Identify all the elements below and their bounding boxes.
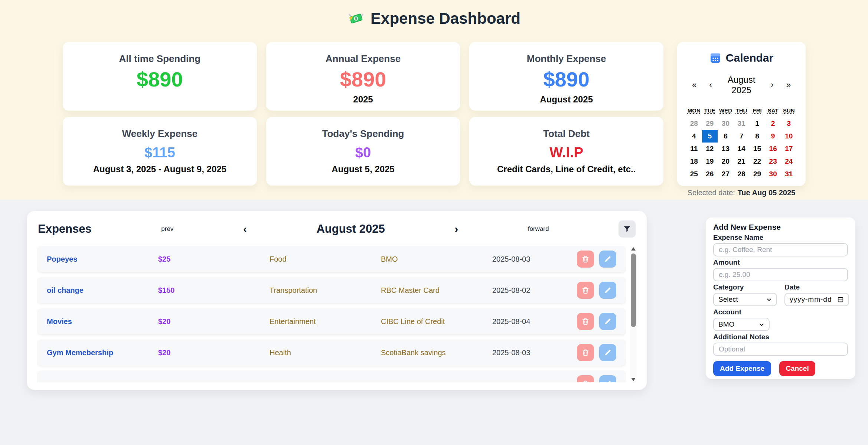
delete-expense-button[interactable] [577, 313, 594, 330]
calendar-day-tile[interactable]: 28 [686, 117, 702, 130]
expense-amount: $20 [158, 317, 270, 326]
calendar-day-tile[interactable]: 30 [765, 168, 781, 180]
money-with-wings-icon: $ [347, 10, 365, 27]
calendar-day-tile[interactable]: 31 [734, 117, 750, 130]
edit-expense-button[interactable] [599, 282, 616, 299]
delete-expense-button[interactable] [577, 282, 594, 299]
forward-month-text-button[interactable]: forward [528, 225, 549, 233]
calendar-day-tile[interactable]: 27 [718, 168, 734, 180]
calendar-prev-month-button[interactable]: ‹ [702, 80, 719, 90]
edit-expense-button[interactable] [599, 344, 616, 361]
summary-card: Monthly Expense $890 August 2025 [469, 42, 663, 111]
calendar-day-tile[interactable]: 5 [702, 130, 718, 143]
calendar-weekday: SUN [781, 107, 797, 114]
chevron-right-icon[interactable]: › [454, 223, 458, 235]
delete-expense-button[interactable] [577, 375, 594, 382]
selected-date-value: Tue Aug 05 2025 [738, 189, 796, 197]
calendar-day-tile[interactable]: 7 [734, 130, 750, 143]
calendar-day-tile[interactable]: 4 [686, 130, 702, 143]
date-input[interactable]: yyyy-mm-dd [784, 293, 849, 306]
calendar-day-tile[interactable]: 6 [718, 130, 734, 143]
page-title: $ Expense Dashboard [0, 10, 868, 27]
page-title-text: Expense Dashboard [371, 10, 521, 27]
calendar-day-tile[interactable]: 2 [765, 117, 781, 130]
summary-card-subtitle: August 2025 [540, 94, 593, 105]
calendar-next-month-button[interactable]: › [764, 80, 780, 90]
chevron-left-icon[interactable]: ‹ [243, 223, 247, 235]
additional-notes-input[interactable] [713, 343, 848, 356]
calendar-day-tile[interactable]: 22 [749, 155, 765, 168]
summary-card-value: $0 [355, 145, 371, 160]
expense-row-actions [568, 375, 616, 382]
calendar-month-label[interactable]: August 2025 [719, 75, 764, 95]
summary-card-title: Annual Expense [326, 53, 401, 65]
calendar-day-tile[interactable]: 23 [765, 155, 781, 168]
additional-notes-label: Additional Notes [713, 333, 848, 341]
calendar-day-tile[interactable]: 15 [749, 143, 765, 155]
calendar-weekday: WED [718, 107, 734, 114]
add-expense-button[interactable]: Add Expense [713, 361, 771, 376]
calendar-day-tile[interactable]: 18 [686, 155, 702, 168]
calendar-day-tile[interactable]: 3 [781, 117, 797, 130]
amount-input[interactable] [713, 268, 848, 281]
summary-card-title: Monthly Expense [527, 53, 606, 65]
expense-amount: $20 [158, 349, 270, 357]
calendar-day-tile[interactable]: 14 [734, 143, 750, 155]
calendar-day-tile[interactable]: 24 [781, 155, 797, 168]
expense-name: Movies [47, 317, 158, 326]
category-select-value: Select [718, 295, 738, 304]
expense-amount: $25 [158, 255, 270, 264]
expenses-list: Popeyes $25 Food BMO 2025-08-03 [37, 246, 626, 382]
calendar-day-tile[interactable]: 1 [749, 117, 765, 130]
calendar-day-tile[interactable]: 19 [702, 155, 718, 168]
calendar-day-tile[interactable]: 20 [718, 155, 734, 168]
calendar-day-tile[interactable]: 30 [718, 117, 734, 130]
calendar-weekday: THU [734, 107, 750, 114]
calendar-day-tile[interactable]: 16 [765, 143, 781, 155]
calendar-day-tile[interactable]: 11 [686, 143, 702, 155]
cancel-button[interactable]: Cancel [779, 361, 815, 376]
expense-row: Movies $20 Entertainment CIBC Line of Cr… [37, 308, 626, 334]
expenses-header: Expenses prev ‹ August 2025 › forward [38, 220, 636, 238]
calendar-day-tile[interactable]: 31 [781, 168, 797, 180]
calendar-day-tile[interactable]: 8 [749, 130, 765, 143]
calendar-day-tile[interactable]: 17 [781, 143, 797, 155]
scrollbar-down-arrow[interactable] [631, 378, 636, 381]
calendar-day-tile[interactable]: 12 [702, 143, 718, 155]
calendar-prev-year-button[interactable]: « [686, 80, 702, 90]
summary-cards-grid: All time Spending $890 Annual Expense $8… [63, 42, 663, 186]
account-select[interactable]: BMO [713, 318, 770, 331]
edit-expense-button[interactable] [599, 251, 616, 268]
calendar-day-tile[interactable]: 21 [734, 155, 750, 168]
expenses-scrollbar[interactable] [630, 246, 637, 382]
calendar-next-year-button[interactable]: » [780, 80, 797, 90]
calendar-day-tile[interactable]: 13 [718, 143, 734, 155]
calendar-day-grid: 2829303112345678910111213141516171819202… [686, 117, 797, 180]
expense-row-actions [568, 313, 616, 330]
calendar-day-tile[interactable]: 10 [781, 130, 797, 143]
filter-button[interactable] [619, 220, 636, 238]
scrollbar-thumb[interactable] [631, 253, 636, 327]
account-select-value: BMO [718, 320, 734, 328]
expense-name-input[interactable] [713, 243, 848, 256]
calendar-day-tile[interactable]: 29 [702, 117, 718, 130]
edit-expense-button[interactable] [599, 375, 616, 382]
calendar-day-tile[interactable]: 25 [686, 168, 702, 180]
calendar-day-tile[interactable]: 26 [702, 168, 718, 180]
summary-card-title: Today's Spending [322, 128, 404, 140]
expense-row-actions [568, 251, 616, 268]
category-select[interactable]: Select [713, 293, 777, 306]
edit-expense-button[interactable] [599, 313, 616, 330]
delete-expense-button[interactable] [577, 344, 594, 361]
calendar-day-tile[interactable]: 29 [749, 168, 765, 180]
expense-date: 2025-08-02 [492, 286, 568, 295]
pencil-icon [604, 349, 611, 356]
calendar-day-tile[interactable]: 28 [734, 168, 750, 180]
prev-month-text-button[interactable]: prev [161, 225, 173, 233]
calendar-icon [709, 52, 721, 64]
calendar-day-tile[interactable]: 9 [765, 130, 781, 143]
summary-card: Annual Expense $890 2025 [266, 42, 460, 111]
scrollbar-up-arrow[interactable] [631, 247, 636, 251]
date-picker-icon[interactable] [837, 296, 844, 303]
delete-expense-button[interactable] [577, 251, 594, 268]
